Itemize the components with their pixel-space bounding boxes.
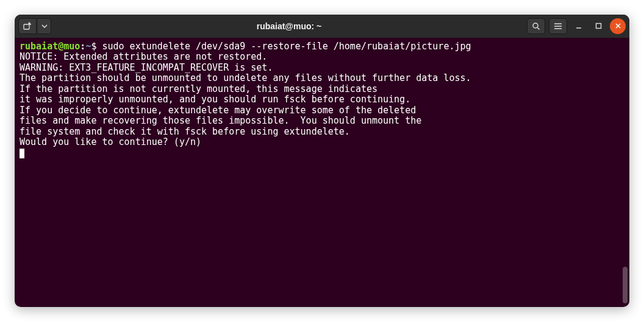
cursor-line (20, 148, 624, 159)
output-line: it was improperly unmounted, and you sho… (20, 94, 624, 105)
terminal-window: rubaiat@muo: ~ (15, 15, 629, 307)
svg-point-1 (533, 23, 538, 28)
svg-line-2 (537, 27, 540, 30)
output-line: file system and check it with fsck befor… (20, 127, 624, 138)
terminal-body[interactable]: rubaiat@muo:~$ sudo extundelete /dev/sda… (15, 38, 629, 307)
tab-dropdown-button[interactable] (38, 18, 51, 34)
output-line: If the partition is not currently mounte… (20, 84, 624, 95)
output-line: WARNING: EXT3_FEATURE_INCOMPAT_RECOVER i… (20, 63, 624, 74)
new-tab-button[interactable] (18, 18, 37, 34)
titlebar-left (18, 18, 51, 34)
minimize-icon (575, 23, 582, 30)
prompt-user-host: rubaiat@muo (20, 41, 80, 52)
close-button[interactable] (610, 18, 626, 34)
maximize-button[interactable] (590, 18, 606, 34)
terminal-cursor (20, 149, 24, 158)
output-line: NOTICE: Extended attributes are not rest… (20, 52, 624, 63)
output-line: If you decide to continue, extundelete m… (20, 105, 624, 116)
search-button[interactable] (527, 18, 545, 34)
svg-rect-0 (24, 24, 29, 29)
window-title: rubaiat@muo: ~ (54, 21, 524, 31)
new-tab-icon (23, 22, 32, 30)
hamburger-icon (554, 23, 562, 30)
command-text: sudo extundelete /dev/sda9 --restore-fil… (96, 41, 471, 52)
output-line: files and make recovering those files im… (20, 116, 624, 127)
scrollbar-track[interactable] (623, 40, 628, 303)
search-icon (532, 22, 540, 30)
output-line: The partition should be unmounted to und… (20, 73, 624, 84)
minimize-button[interactable] (571, 18, 587, 34)
maximize-icon (595, 23, 602, 29)
menu-button[interactable] (549, 18, 567, 34)
scrollbar-thumb[interactable] (623, 267, 628, 303)
svg-rect-7 (596, 24, 601, 29)
titlebar-right (527, 18, 626, 34)
output-line: Would you like to continue? (y/n) (20, 137, 624, 148)
prompt-line: rubaiat@muo:~$ sudo extundelete /dev/sda… (20, 41, 624, 52)
close-icon (615, 23, 621, 29)
titlebar: rubaiat@muo: ~ (15, 15, 629, 38)
chevron-down-icon (41, 24, 48, 28)
